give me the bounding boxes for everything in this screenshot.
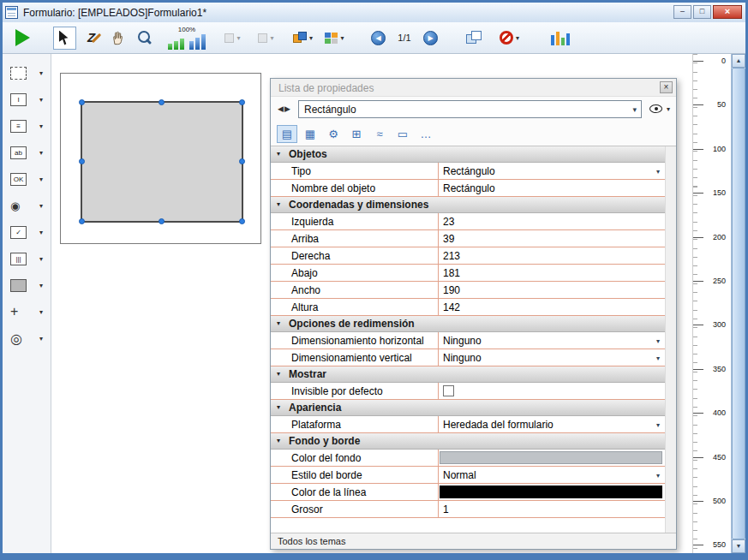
dropdown-arrow-icon[interactable]: ▾ [656,168,660,176]
entry-order-tool-button[interactable]: Z [80,27,103,50]
property-value[interactable] [438,484,665,500]
dropdown-arrow-icon[interactable]: ▾ [39,149,43,157]
maximize-button[interactable]: □ [693,5,711,19]
property-panel-scrollbar[interactable] [665,146,676,533]
color-swatch[interactable] [440,486,662,498]
scroll-down-button[interactable]: ▼ [732,539,745,553]
selection-handle[interactable] [239,158,245,164]
section-header-fondo-y-borde[interactable]: ▾Fondo y borde [271,433,665,450]
dropdown-arrow-icon[interactable]: ▾ [656,337,660,345]
object-selector-combo[interactable]: Rectángulo ▾ [298,100,642,118]
dropdown-arrow-icon[interactable]: ▾ [667,105,670,113]
dropdown-arrow-icon[interactable]: ▾ [39,202,43,210]
combo-dropdown-icon[interactable]: ▾ [632,105,637,114]
dropdown-arrow-icon[interactable]: ▾ [656,421,660,429]
minimize-button[interactable]: – [673,5,691,19]
form-page[interactable] [60,73,261,244]
previous-page-button[interactable]: ◀ [367,27,390,50]
dropdown-arrow-icon[interactable]: ▾ [309,34,313,42]
property-panel-close-button[interactable]: × [660,81,673,93]
selection-handle[interactable] [239,99,245,105]
selection-handle[interactable] [79,158,85,164]
property-value[interactable] [438,450,665,466]
property-tab-events[interactable]: ≈ [369,125,390,143]
selection-handle[interactable] [79,218,85,224]
section-header-apariencia[interactable]: ▾Apariencia [271,400,665,416]
group-button[interactable]: ▾ [323,27,346,50]
dropdown-arrow-icon[interactable]: ▾ [656,354,660,362]
selection-handle[interactable] [159,218,165,224]
dropdown-arrow-icon[interactable]: ▾ [39,255,43,263]
dropdown-arrow-icon[interactable]: ▾ [39,69,43,77]
dropdown-arrow-icon[interactable]: ▾ [39,122,43,130]
selection-handle[interactable] [79,99,85,105]
line-tool[interactable]: +▾ [6,301,47,322]
property-tab-more[interactable]: … [416,125,436,143]
property-tab-data-source[interactable]: ⊞ [346,125,367,143]
color-swatch[interactable] [440,451,662,464]
dropdown-arrow-icon[interactable]: ▾ [656,472,660,480]
selected-rectangle-object[interactable] [81,101,243,223]
property-value[interactable]: 142 [438,299,665,315]
section-header-mostrar[interactable]: ▾Mostrar [271,366,665,383]
dropdown-arrow-icon[interactable]: ▾ [39,176,43,183]
property-value[interactable]: 1 [438,501,665,517]
next-object-icon[interactable]: ▶ [284,104,291,113]
property-value[interactable]: 213 [438,247,665,264]
property-tab-display[interactable]: ▭ [392,125,413,143]
level-button[interactable]: ▾ [291,27,314,50]
property-value[interactable]: 181 [438,265,665,281]
zoom-widget[interactable]: 100% [168,26,206,50]
property-tab-theme[interactable]: ▦ [300,125,320,143]
property-value[interactable]: Ninguno▾ [438,349,665,366]
property-tab-list[interactable]: ▤ [277,125,297,143]
property-value[interactable]: Ninguno▾ [438,332,665,349]
next-page-button[interactable]: ▶ [419,27,442,50]
execute-form-button[interactable] [11,27,34,50]
dropdown-arrow-icon[interactable]: ▾ [39,282,43,289]
section-header-objetos[interactable]: ▾Objetos [271,146,665,163]
dropdown-arrow-icon[interactable]: ▾ [39,335,43,343]
dropdown-arrow-icon[interactable]: ▾ [39,229,43,236]
property-value[interactable]: 23 [438,213,665,229]
section-header-opciones-de-redimensi-n[interactable]: ▾Opciones de redimensión [271,316,665,332]
object-prev-next-buttons[interactable]: ◀▶ [278,104,291,113]
property-value[interactable] [438,383,665,399]
field-tool[interactable]: I▾ [6,89,47,110]
text-input-tool[interactable]: ab▾ [6,142,47,163]
dropdown-arrow-icon[interactable]: ▾ [340,34,344,42]
chart-button[interactable] [548,27,571,50]
title-bar[interactable]: Formulario: [EMPLEADOS]Formulario1* – □ … [3,3,745,22]
highlight-area-tool[interactable]: ▾ [6,63,47,83]
dropdown-arrow-icon[interactable]: ▾ [39,308,43,316]
close-button[interactable]: × [713,5,742,19]
dropdown-arrow-icon[interactable]: ▾ [516,34,519,42]
rectangle-tool[interactable]: ▾ [6,275,47,295]
zoom-bars-icon[interactable] [168,34,206,50]
vertical-scrollbar[interactable]: ▲ ▼ [731,54,745,553]
selection-handle[interactable] [239,218,245,224]
selection-handle[interactable] [159,99,165,105]
property-value[interactable]: 190 [438,282,665,298]
pointer-tool-button[interactable] [53,27,76,50]
checkbox[interactable] [443,385,454,396]
checkbox-tool[interactable]: ✓▾ [6,222,47,242]
deactivate-objects-button[interactable]: ▾ [498,27,521,50]
radio-button-tool[interactable]: ◉▾ [6,195,47,216]
property-value[interactable]: 39 [438,230,665,247]
prev-object-icon[interactable]: ◀ [278,104,284,113]
property-value[interactable]: Rectángulo [438,180,665,196]
scroll-up-button[interactable]: ▲ [732,54,745,68]
visibility-control[interactable]: ▾ [649,104,670,113]
scrollbar-thumb[interactable] [732,68,745,539]
section-header-coordenadas-y-dimensiones[interactable]: ▾Coordenadas y dimensiones [271,197,665,213]
property-value[interactable]: Rectángulo▾ [438,163,665,179]
ok-button-tool[interactable]: OK▾ [6,169,47,189]
property-tab-settings[interactable]: ⚙ [323,125,344,143]
oval-tool[interactable]: ◎▾ [6,328,47,349]
dropdown-arrow-icon[interactable]: ▾ [39,96,43,104]
button-grid-tool[interactable]: |||▾ [6,248,47,269]
listbox-tool[interactable]: ≡▾ [6,116,47,136]
property-value[interactable]: Normal▾ [438,467,665,483]
hand-tool-button[interactable] [106,27,129,50]
